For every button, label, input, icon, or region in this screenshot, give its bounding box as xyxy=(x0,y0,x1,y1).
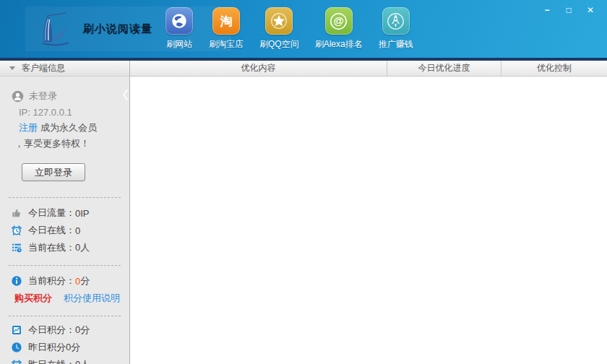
sailboat-logo-icon xyxy=(37,10,74,48)
alarm-clock-icon xyxy=(10,359,22,364)
stat-label: 今日积分： xyxy=(28,324,75,337)
buy-points-link[interactable]: 购买积分 xyxy=(14,292,52,305)
divider xyxy=(9,316,121,316)
taobao-icon: 淘 xyxy=(212,7,240,35)
sidebar-header-client-info[interactable]: 客户端信息 xyxy=(0,61,129,77)
sidebar-collapse-handle[interactable]: ❮ xyxy=(121,84,130,104)
stat-value: 0分 xyxy=(66,341,80,354)
title-bar: 刷小说阅读量 刷网站 淘 刷淘宝店 xyxy=(0,0,607,58)
toolbar-item-label: 推广赚钱 xyxy=(379,38,413,51)
rocket-icon xyxy=(382,7,410,35)
toolbar-item-label: 刷Alexa排名 xyxy=(315,38,363,51)
register-link[interactable]: 注册 xyxy=(19,121,38,134)
toolbar-item-promote-earn[interactable]: 推广赚钱 xyxy=(379,7,413,51)
stat-value: 0人 xyxy=(75,241,90,254)
maximize-button[interactable]: □ xyxy=(559,4,578,17)
stat-yesterday-online: 昨日在线： 0人 xyxy=(0,356,129,364)
chevron-down-icon xyxy=(9,66,15,70)
thumbs-up-icon xyxy=(10,207,22,220)
ip-address-text: IP: 127.0.0.1 xyxy=(0,104,129,120)
stat-yesterday-points: 昨日积分 0分 xyxy=(0,339,129,356)
stat-value: 0 xyxy=(75,225,80,236)
column-header-today-progress: 今日优化进度 xyxy=(387,61,501,76)
divider xyxy=(9,197,121,198)
stat-label: 当前积分： xyxy=(28,274,75,287)
table-body-empty xyxy=(130,77,607,364)
toolbar-item-boost-taobao[interactable]: 淘 刷淘宝店 xyxy=(209,7,244,51)
points-unit: 分 xyxy=(80,274,90,287)
login-now-button[interactable]: 立即登录 xyxy=(22,163,85,181)
stat-label: 昨日在线： xyxy=(28,358,75,364)
stat-value: 0分 xyxy=(75,324,90,337)
toolbar-item-label: 刷淘宝店 xyxy=(209,38,244,51)
svg-text:@: @ xyxy=(334,15,344,27)
register-text: 成为永久会员 xyxy=(40,121,97,134)
stat-today-online: 今日在线： 0 xyxy=(0,222,129,239)
traffic-stats-group: 今日流量： 0IP 今日在线： 0 xyxy=(0,204,129,256)
list-clock-icon xyxy=(10,242,22,254)
close-button[interactable]: ✕ xyxy=(581,4,600,17)
points-value: 0 xyxy=(75,276,80,287)
stat-label: 今日流量： xyxy=(28,207,75,220)
star-icon xyxy=(265,7,293,35)
points-links-row: 购买积分 积分使用说明 xyxy=(0,290,129,307)
column-header-optimize-control: 优化控制 xyxy=(501,61,607,76)
sidebar-client-info: 客户端信息 ❮ 未登录 IP: 127.0.0.1 注册 成为永久会员 xyxy=(0,61,130,364)
globe-icon xyxy=(165,7,193,35)
history-stats-group: 今日积分： 0分 昨日积分 0分 xyxy=(0,321,129,364)
toolbar-item-boost-qzone[interactable]: 刷QQ空间 xyxy=(259,7,299,51)
points-group: 当前积分： 0 分 购买积分 积分使用说明 xyxy=(0,272,129,307)
info-icon xyxy=(10,275,22,287)
toolbar-item-boost-alexa[interactable]: @ 刷Alexa排名 xyxy=(315,7,363,51)
user-info-block: 未登录 IP: 127.0.0.1 注册 成为永久会员 ，享受更多特权！ 立即登… xyxy=(0,77,129,181)
toolbar: 刷网站 淘 刷淘宝店 刷QQ空间 xyxy=(158,7,421,51)
login-status-text: 未登录 xyxy=(29,90,57,103)
window-controls: − □ ✕ xyxy=(535,4,600,17)
stat-value: 0IP xyxy=(75,208,90,219)
stat-label: 昨日积分 xyxy=(28,341,66,354)
at-sign-icon: @ xyxy=(325,7,353,35)
minimize-button[interactable]: − xyxy=(538,4,556,17)
stat-current-online: 当前在线： 0人 xyxy=(0,239,129,256)
user-status-row: 未登录 xyxy=(0,88,129,104)
stat-value: 0人 xyxy=(75,358,90,364)
toolbar-item-boost-website[interactable]: 刷网站 xyxy=(165,7,193,51)
clock-icon xyxy=(10,342,22,354)
taobao-glyph: 淘 xyxy=(220,13,233,30)
toolbar-item-label: 刷QQ空间 xyxy=(259,38,299,51)
table-header: 优化内容 今日优化进度 优化控制 xyxy=(130,61,607,77)
app-window: 刷小说阅读量 刷网站 淘 刷淘宝店 xyxy=(0,0,607,364)
points-help-link[interactable]: 积分使用说明 xyxy=(64,292,120,305)
stat-today-traffic: 今日流量： 0IP xyxy=(0,204,129,222)
register-row: 注册 成为永久会员 xyxy=(0,120,129,136)
column-header-optimize-content: 优化内容 xyxy=(130,61,387,76)
stat-today-points: 今日积分： 0分 xyxy=(0,321,129,339)
chart-icon xyxy=(10,324,22,337)
toolbar-item-label: 刷网站 xyxy=(166,38,192,51)
sidebar-header-label: 客户端信息 xyxy=(22,62,65,74)
divider xyxy=(9,265,121,266)
stat-label: 当前在线： xyxy=(28,241,75,254)
stat-current-points: 当前积分： 0 分 xyxy=(0,272,129,290)
main-panel: 优化内容 今日优化进度 优化控制 xyxy=(130,61,607,364)
stat-label: 今日在线： xyxy=(28,224,75,237)
alarm-clock-icon xyxy=(10,225,22,237)
app-title: 刷小说阅读量 xyxy=(83,22,152,36)
avatar xyxy=(12,90,24,103)
privilege-text: ，享受更多特权！ xyxy=(0,136,129,152)
